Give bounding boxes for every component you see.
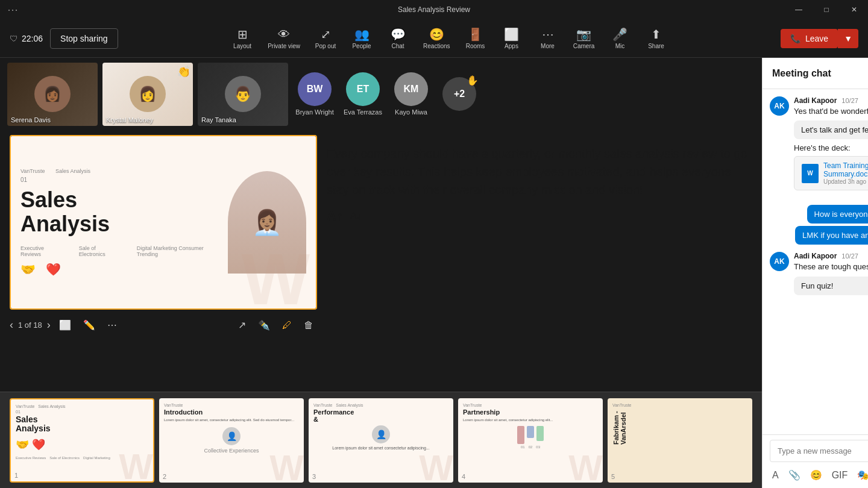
- thumb-4-number: 4: [462, 473, 465, 480]
- thumbnail-5[interactable]: VanTruste Fabrikam - VanArsdel 5: [608, 398, 752, 483]
- participant-name-bryan: Bryan Wright: [295, 108, 333, 116]
- participant-more[interactable]: +2 ✋: [438, 63, 481, 126]
- message-row-aadi-2: AK Aadi Kapoor 10/27 These are tough que…: [770, 252, 868, 295]
- slide-controls: ‹ 1 of 18 › ⬜ ✏️ ⋯ ↗ ✒️ 🖊 🗑: [10, 314, 317, 336]
- chat-title: Meeting chat: [772, 68, 831, 79]
- toolbar-layout[interactable]: ⊞ Layout: [225, 23, 259, 53]
- message-bubble-right-1a: How is everyone doing?: [807, 205, 868, 224]
- slide-pointer-button[interactable]: ↗: [234, 317, 250, 333]
- toolbar-rooms[interactable]: 🚪 Rooms: [459, 23, 492, 53]
- toolbar-apps[interactable]: ⬜ Apps: [495, 23, 529, 53]
- toolbar-share[interactable]: ⬆ Share: [640, 23, 673, 53]
- private-view-icon: 👁: [278, 28, 290, 42]
- thumb-4-bars: [463, 426, 598, 444]
- presentation-area: VanTruste Sales Analysis 01 SalesAnalysi…: [0, 130, 762, 392]
- toolbar-mic[interactable]: 🎤 Mic: [603, 23, 637, 53]
- close-button[interactable]: ✕: [840, 0, 868, 19]
- minimize-button[interactable]: —: [785, 0, 813, 19]
- toolbar-camera[interactable]: 📷 Camera: [567, 23, 601, 53]
- share-icon: ⬆: [651, 27, 661, 42]
- chat-attach-button[interactable]: 📎: [786, 467, 803, 483]
- thumbnail-strip: VanTruste Sales Analysis 01 SalesAnalysi…: [0, 392, 762, 488]
- maximize-button[interactable]: □: [813, 0, 840, 19]
- thumbnail-1[interactable]: VanTruste Sales Analysis 01 SalesAnalysi…: [10, 398, 154, 483]
- chat-input-field[interactable]: [770, 440, 868, 462]
- toolbar-pop-out[interactable]: ⤢ Pop out: [309, 23, 342, 53]
- slide-eraser-button[interactable]: 🗑: [300, 318, 317, 333]
- message-sender-aadi-2: Aadi Kapoor: [794, 252, 837, 260]
- thumb-5-inner: VanTruste Fabrikam - VanArsdel: [608, 398, 752, 483]
- left-panel: 👩🏾 Serena Davis 👩 👏 Krystal Maloney 👨 Ra…: [0, 58, 762, 488]
- more-badge: +2 ✋: [442, 77, 476, 111]
- slide-highlight-button[interactable]: 🖊: [278, 318, 295, 333]
- meeting-timer: 🛡 22:06: [10, 34, 43, 43]
- slide-title: SalesAnalysis: [20, 188, 223, 236]
- slide-next-button[interactable]: ›: [47, 319, 51, 331]
- thumb-4-watermark: W: [568, 447, 603, 483]
- message-row-right-2: 10/27 Enjoy!: [770, 302, 868, 328]
- people-icon: 👥: [354, 27, 370, 42]
- text-size-decrease[interactable]: A↓: [350, 211, 362, 222]
- stop-sharing-button[interactable]: Stop sharing: [50, 28, 118, 49]
- chat-icon: 💬: [391, 27, 406, 42]
- participant-name-serena: Serena Davis: [11, 116, 51, 124]
- thumb-3-avatar: 👤: [313, 425, 448, 443]
- apps-icon: ⬜: [504, 27, 519, 42]
- participant-avatar-eva: ET Eva Terrazas: [341, 63, 385, 126]
- thumbnail-3[interactable]: VanTruste Sales Analysis Performance& 👤 …: [309, 398, 453, 483]
- chat-emoji-button[interactable]: 😊: [808, 467, 825, 483]
- toolbar-reactions[interactable]: 😊 Reactions: [417, 23, 456, 53]
- toolbar-people[interactable]: 👥 People: [345, 23, 379, 53]
- thumb-3-watermark: W: [419, 447, 453, 483]
- slide-expand-button[interactable]: ⬜: [55, 317, 75, 333]
- main-content: 👩🏾 Serena Davis 👩 👏 Krystal Maloney 👨 Ra…: [0, 58, 868, 488]
- text-size-increase[interactable]: A↑: [327, 208, 343, 224]
- message-bubble-feedback: Let's talk and get feedback: [794, 120, 868, 139]
- thumb-1-watermark: W: [119, 446, 153, 483]
- meeting-toolbar: 🛡 22:06 Stop sharing ⊞ Layout 👁 Private …: [0, 19, 868, 58]
- message-row-right-1: 10/27 How is everyone doing? LMK if you …: [770, 198, 868, 245]
- slide-number: 01: [20, 177, 223, 183]
- mic-icon: 🎤: [612, 27, 627, 42]
- thumb-1-number: 1: [14, 472, 18, 479]
- thumb-2-title: Introduction: [164, 408, 299, 416]
- toolbar-private-view[interactable]: 👁 Private view: [262, 24, 306, 53]
- toolbar-chat[interactable]: 💬 Chat: [381, 23, 415, 53]
- slide-annotate-button[interactable]: ✏️: [80, 317, 99, 333]
- chat-sticker-button[interactable]: 🎭: [855, 467, 868, 483]
- thumb-2-watermark: W: [269, 447, 304, 483]
- window-menu-dots[interactable]: ⋯: [7, 3, 19, 16]
- message-content-aadi-2: Aadi Kapoor 10/27 These are tough questi…: [794, 252, 868, 295]
- thumbnail-4[interactable]: VanTruste Partnership Lorem ipsum dolor …: [458, 398, 603, 483]
- slide-more-button[interactable]: ⋯: [104, 317, 121, 333]
- toolbar-more[interactable]: ⋯ More: [531, 23, 565, 53]
- thumb-5-title: Fabrikam - VanArsdel: [612, 408, 627, 445]
- toolbar-right: 📞 Leave ▼: [781, 29, 858, 48]
- text-size-controls: A↑ A↓: [327, 208, 752, 224]
- message-time-aadi-2: 10/27: [841, 252, 858, 260]
- window-title: Sales Analysis Review: [398, 5, 470, 14]
- more-icon: ⋯: [542, 27, 554, 42]
- camera-icon: 📷: [576, 27, 591, 42]
- thumb-5-number: 5: [611, 473, 615, 480]
- message-text-aadi-1a: Yes that'd be wonderful!: [794, 106, 868, 117]
- file-updated: Updated 3h ago: [823, 178, 868, 185]
- participant-video-serena: 👩🏾 Serena Davis: [7, 63, 98, 126]
- toolbar-left: 🛡 22:06 Stop sharing: [10, 28, 118, 49]
- file-card[interactable]: W Team Training Summary.docx ... Updated…: [794, 156, 868, 190]
- leave-dropdown-button[interactable]: ▼: [838, 29, 858, 48]
- chat-gif-button[interactable]: GIF: [829, 468, 851, 483]
- chat-format-button[interactable]: A: [770, 468, 781, 483]
- slide-prev-button[interactable]: ‹: [10, 319, 13, 331]
- message-text-aadi-2a: These are tough questions: [794, 261, 868, 272]
- slide-pen-button[interactable]: ✒️: [254, 317, 274, 333]
- leave-button[interactable]: 📞 Leave: [781, 29, 838, 48]
- thumb-3-title: Performance&: [313, 408, 448, 423]
- slide-text-area: VanTruste Sales Analysis 01 SalesAnalysi…: [20, 168, 223, 277]
- chat-input-area: A 📎 😊 GIF 🎭 ⋯ ➤: [763, 434, 868, 488]
- message-avatar-aadi: AK: [770, 96, 789, 116]
- toolbar-center: ⊞ Layout 👁 Private view ⤢ Pop out 👥 Peop…: [225, 23, 673, 53]
- participant-video-krystal: 👩 👏 Krystal Maloney: [102, 63, 193, 126]
- chat-input-toolbar: A 📎 😊 GIF 🎭 ⋯ ➤: [770, 467, 868, 483]
- thumbnail-2[interactable]: VanTruste Introduction Lorem ipsum dolor…: [159, 398, 304, 483]
